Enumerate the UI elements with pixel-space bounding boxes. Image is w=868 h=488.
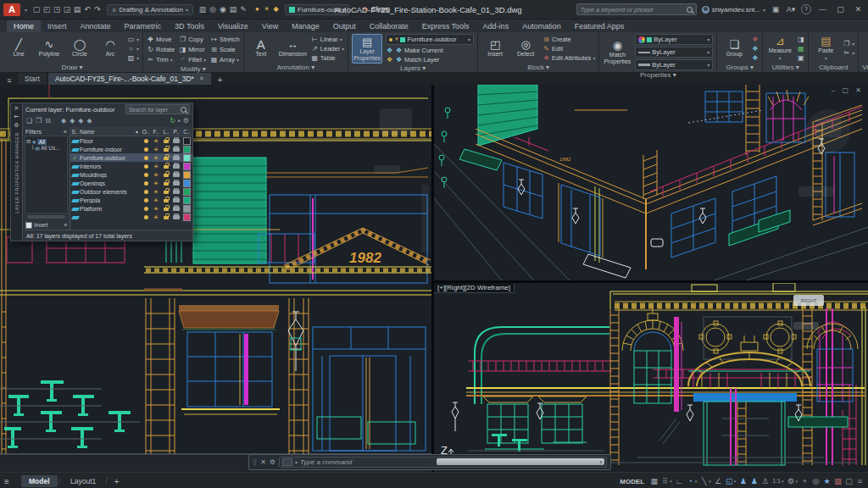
- layer-on-icon[interactable]: [144, 181, 148, 186]
- layer-lock-icon[interactable]: [164, 214, 170, 219]
- measure-tool[interactable]: ⊿Measure▾: [766, 34, 793, 63]
- layer-freeze-icon[interactable]: ☀: [153, 214, 159, 220]
- layer-plot-icon[interactable]: [173, 207, 180, 211]
- crosshair-icon[interactable]: +: [801, 477, 809, 485]
- layer-state-icon-4[interactable]: ◈: [87, 118, 92, 125]
- ribbon-tab-express-tools[interactable]: Express Tools: [415, 20, 476, 32]
- rectangle-tool[interactable]: ▭▾: [127, 36, 139, 43]
- ribbon-tab-collaborate[interactable]: Collaborate: [363, 20, 415, 32]
- quick-select-tool[interactable]: ◨: [797, 36, 804, 43]
- layer-row[interactable]: Furniture-indoor☀: [70, 145, 192, 153]
- layer-color-swatch[interactable]: [183, 171, 191, 179]
- bulb-icon[interactable]: ●: [253, 4, 262, 14]
- layout-menu-icon[interactable]: ≡: [4, 477, 19, 486]
- filter-all[interactable]: All: [37, 139, 47, 145]
- ribbon-tab-insert[interactable]: Insert: [41, 20, 74, 32]
- layer-freeze-icon[interactable]: ☀: [153, 172, 159, 178]
- layer-search-input[interactable]: Search for layer: [125, 104, 190, 114]
- layer-lock-icon[interactable]: [164, 180, 170, 186]
- panel-label-block[interactable]: Block ▾: [481, 63, 595, 72]
- ribbon-tab-automation[interactable]: Automation: [515, 20, 568, 32]
- assistant-icon[interactable]: A▾: [786, 4, 796, 14]
- ribbon-tab-annotate[interactable]: Annotate: [74, 20, 118, 32]
- minimize-button[interactable]: —: [816, 5, 829, 14]
- help-search-input[interactable]: Type a keyword or phrase: [576, 3, 697, 15]
- stretch-tool[interactable]: ↦Stretch: [210, 34, 240, 44]
- color-dropdown[interactable]: ByLayer▾: [635, 34, 713, 45]
- document-tab[interactable]: AutoCAD-FY25_Fire-...-Book-Cafe_01_3D* ✕: [48, 73, 211, 85]
- layer-lock-icon[interactable]: [164, 147, 170, 152]
- layer-lock-icon[interactable]: [164, 172, 170, 177]
- panel-label-clipboard[interactable]: Clipboard: [812, 63, 854, 72]
- layer-color-swatch[interactable]: [183, 180, 191, 187]
- layer-color-swatch[interactable]: [183, 137, 191, 145]
- polar-tracking-icon[interactable]: ◔▾: [687, 477, 698, 485]
- dimension-tool[interactable]: ↔Dimension: [278, 34, 308, 63]
- layer-on-icon[interactable]: [144, 215, 148, 219]
- ribbon-tab-add-ins[interactable]: Add-ins: [476, 20, 516, 32]
- layer-state-icon-2[interactable]: ◈: [70, 118, 75, 125]
- layer-color-swatch[interactable]: [183, 188, 191, 196]
- command-line[interactable]: ⣿ ✕ ⚙ ▾ Type a command ▾: [248, 454, 611, 470]
- ribbon-tab-manage[interactable]: Manage: [285, 20, 326, 32]
- copy-clip-tool[interactable]: ❐▾: [843, 40, 854, 47]
- text-tool[interactable]: AText: [248, 34, 275, 63]
- autocad-logo[interactable]: A: [3, 3, 20, 16]
- layer-freeze-icon[interactable]: ☀: [153, 206, 159, 212]
- viewcube-face-label[interactable]: RIGHT: [801, 298, 817, 303]
- viewport-3d-iso[interactable]: 1982 ‒ ▢ ✕: [434, 85, 868, 283]
- command-input[interactable]: ▾ Type a command ▾: [279, 457, 607, 468]
- new-tab-button[interactable]: +: [213, 75, 228, 85]
- layer-color-swatch[interactable]: [183, 154, 191, 162]
- ribbon-tab-view[interactable]: View: [255, 20, 285, 32]
- sun-icon[interactable]: ☀: [262, 4, 271, 14]
- layer-plot-icon[interactable]: [173, 173, 180, 177]
- presentation-icon[interactable]: ▨: [834, 477, 842, 485]
- ribbon-tab-output[interactable]: Output: [326, 20, 363, 32]
- copy-tool[interactable]: ❐Copy: [179, 34, 206, 44]
- arc-tool[interactable]: ◠Arc: [97, 34, 124, 63]
- cut-clip-tool[interactable]: ✂▾: [843, 49, 854, 57]
- lineweight-dropdown[interactable]: ByLayer▾: [635, 59, 713, 70]
- graphics-performance-icon[interactable]: ★: [823, 477, 831, 485]
- close-tab-icon[interactable]: ✕: [199, 75, 204, 82]
- workspace-dropdown[interactable]: ⚙ Drafting & Annotation ▾: [107, 4, 193, 15]
- new-group-icon[interactable]: ❐: [36, 118, 42, 125]
- panel-label-utilities[interactable]: Utilities ▾: [766, 63, 804, 72]
- command-grip-icon[interactable]: ⣿: [253, 459, 257, 466]
- layer-combo[interactable]: ☀ Furniture-outdoor ▾: [386, 34, 474, 45]
- account-menu[interactable]: shiyamdev.snt... ▾: [702, 6, 765, 14]
- panel-label-view[interactable]: View ▾ ⌄: [862, 63, 868, 72]
- layer-on-icon[interactable]: [144, 164, 148, 169]
- layer-row[interactable]: ☀: [70, 213, 192, 221]
- layer-properties-button[interactable]: ▤Layer Properties: [352, 34, 382, 64]
- layer-plot-icon[interactable]: [173, 139, 180, 143]
- print-icon[interactable]: ▥: [198, 4, 208, 14]
- scale-tool[interactable]: ⊞Scale: [210, 44, 240, 54]
- eye-icon[interactable]: ◉: [218, 4, 228, 14]
- annotation-visibility-icon[interactable]: ♟: [739, 477, 747, 485]
- quick-calc-tool[interactable]: ▦: [797, 45, 804, 53]
- object-snap-icon[interactable]: ◱▾: [726, 477, 737, 485]
- viewport-label[interactable]: [+][Right][2D Wireframe]: [434, 283, 515, 293]
- ribbon-tab-3d-tools[interactable]: 3D Tools: [168, 20, 211, 32]
- layer-row[interactable]: Openings☀: [70, 179, 192, 187]
- help-icon[interactable]: ?: [801, 4, 811, 14]
- group-select-tool[interactable]: ❖: [751, 54, 759, 62]
- panel-label-groups[interactable]: Groups ▾: [721, 63, 759, 72]
- layer-on-icon[interactable]: [144, 156, 148, 160]
- base-view-tool[interactable]: ⌂Base▾: [862, 34, 868, 63]
- trim-tool[interactable]: ✂Trim▾: [147, 54, 175, 64]
- layer-plot-icon[interactable]: [173, 190, 180, 194]
- settings-gear-icon[interactable]: ⚙: [183, 118, 189, 125]
- ungroup-tool[interactable]: ❖: [751, 36, 759, 43]
- new-layer-icon[interactable]: ❏: [26, 118, 32, 125]
- cart-icon[interactable]: ▣: [771, 4, 781, 14]
- layer-freeze-icon[interactable]: ☀: [153, 138, 159, 144]
- edit-block-tool[interactable]: ✎Edit: [542, 45, 595, 53]
- layer-color-swatch[interactable]: [183, 214, 191, 221]
- object-snap-tracking-icon[interactable]: ╲▾: [700, 477, 711, 485]
- layer-plot-icon[interactable]: [173, 198, 180, 202]
- start-tab[interactable]: Start: [18, 73, 47, 85]
- layer-on-icon[interactable]: [144, 198, 148, 202]
